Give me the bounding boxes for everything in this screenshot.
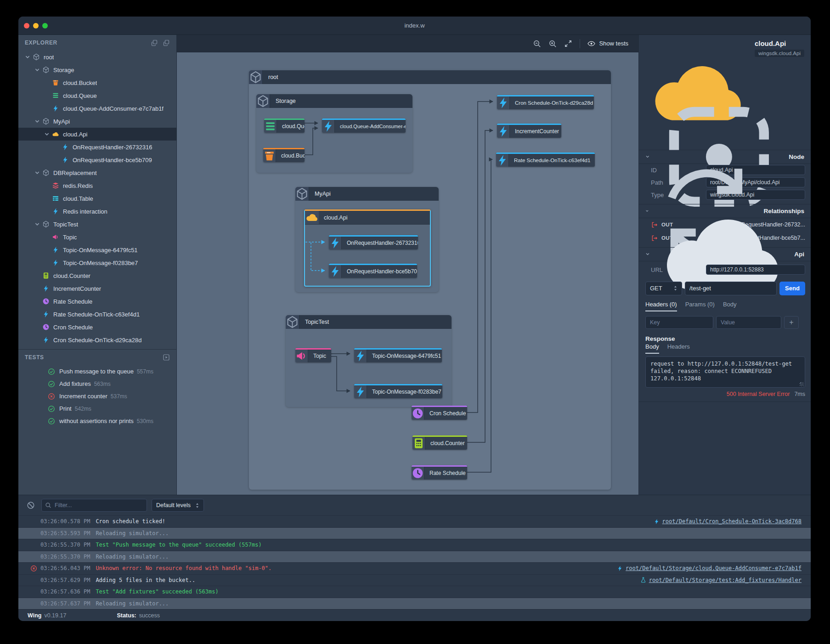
tree-item-cloud-queue-addconsumer-e7c7ab1f[interactable]: cloud.Queue-AddConsumer-e7c7ab1f xyxy=(18,102,176,115)
tree-item-redis-interaction[interactable]: Redis interaction xyxy=(18,205,176,218)
tree-item-cloud-counter[interactable]: cloud.Counter xyxy=(18,269,176,282)
container-storage-header[interactable]: Storage xyxy=(256,94,412,108)
url-value[interactable]: http://127.0.0.1:52883 xyxy=(706,265,805,275)
tree-item-onrequesthandler-bce5b709[interactable]: OnRequestHandler-bce5b709 xyxy=(18,153,176,166)
run-tests-icon[interactable] xyxy=(163,354,170,361)
container-root-header[interactable]: root xyxy=(249,70,611,84)
log-resource-link[interactable]: root/Default/Storage/test:Add_fixtures/H… xyxy=(640,577,802,583)
zoom-window-button[interactable] xyxy=(42,23,48,28)
node-onrequesthandler-2[interactable]: OnRequestHandler-bce5b709 xyxy=(329,264,417,278)
node-label: Rate Schedule-OnTick-c63ef4d1 xyxy=(508,154,595,167)
tree-item-cloud-api[interactable]: cloud.Api xyxy=(18,128,176,141)
log-row-error[interactable]: 03:26:56.043 PMUnknown error: No resourc… xyxy=(18,562,811,574)
logs-panel: Default levels 03:26:00.578 PMCron sched… xyxy=(18,495,811,609)
test-item[interactable]: Increment counter537ms xyxy=(18,390,176,402)
tree-item-incrementcounter[interactable]: IncrementCounter xyxy=(18,282,176,295)
node-topic[interactable]: Topic xyxy=(295,348,331,362)
tree-item-cloud-bucket[interactable]: cloud.Bucket xyxy=(18,76,176,89)
test-item[interactable]: Push message to the queue557ms xyxy=(18,365,176,378)
expand-all-icon[interactable] xyxy=(151,39,158,46)
tree-item-onrequesthandler-26732316[interactable]: OnRequestHandler-26732316 xyxy=(18,141,176,153)
log-row-success[interactable]: 03:26:55.370 PMTest "Push message to the… xyxy=(18,539,811,551)
log-row-verbose[interactable]: 03:26:55.370 PMReloading simulator... xyxy=(18,551,811,563)
log-row-verbose[interactable]: 03:26:57.637 PMReloading simulator... xyxy=(18,598,811,610)
tree-item-topictest[interactable]: TopicTest xyxy=(18,218,176,231)
tab-response-body[interactable]: Body xyxy=(645,343,659,354)
log-level-select[interactable]: Default levels xyxy=(152,499,204,512)
tree-item-rate-schedule-ontick-c63ef4d1[interactable]: Rate Schedule-OnTick-c63ef4d1 xyxy=(18,308,176,321)
response-body[interactable]: request to http://127.0.0.1:52848/test-g… xyxy=(645,356,805,388)
node-increment-counter[interactable]: IncrementCounter xyxy=(497,124,561,138)
container-topictest-header[interactable]: TopicTest xyxy=(286,315,452,329)
node-rate-schedule-ontick[interactable]: Rate Schedule-OnTick-c63ef4d1 xyxy=(496,153,595,167)
tree-item-root[interactable]: root xyxy=(18,51,176,63)
header-key-input[interactable] xyxy=(645,316,713,329)
node-onrequesthandler-1[interactable]: OnRequestHandler-26732316 xyxy=(329,235,418,249)
tree-item-cloud-queue[interactable]: cloud.Queue xyxy=(18,89,176,102)
minimize-window-button[interactable] xyxy=(33,23,39,28)
node-topic-onmessage-2[interactable]: Topic-OnMessage-f0283be7 xyxy=(354,384,442,398)
test-item[interactable]: without assertions nor prints530ms xyxy=(18,415,176,427)
tab-params[interactable]: Params (0) xyxy=(685,301,715,311)
add-header-button[interactable]: + xyxy=(784,316,799,329)
tree-item-cloud-table[interactable]: cloud.Table xyxy=(18,192,176,205)
zoom-out-icon[interactable] xyxy=(533,40,541,48)
chevron-down-icon[interactable] xyxy=(44,131,50,137)
zoom-in-icon[interactable] xyxy=(548,40,557,48)
show-tests-toggle[interactable]: Show tests xyxy=(587,40,628,47)
test-item[interactable]: Print542ms xyxy=(18,402,176,415)
response-time: 7ms xyxy=(794,391,805,397)
canvas[interactable]: root Storage MyApi xyxy=(177,52,638,495)
node-cron-schedule[interactable]: Cron Schedule xyxy=(412,406,467,420)
log-row-info[interactable]: 03:26:00.578 PMCron schedule ticked!root… xyxy=(18,515,811,527)
tree-item-storage[interactable]: Storage xyxy=(18,63,176,76)
tree-item-redis-redis[interactable]: redis.Redis xyxy=(18,179,176,192)
node-queue-addconsumer[interactable]: cloud.Queue-AddConsumer-e7c7ab1f xyxy=(322,119,406,133)
tab-body[interactable]: Body xyxy=(723,301,737,311)
status-label: Status: xyxy=(117,612,136,619)
request-row: GET Send xyxy=(639,278,811,299)
chevron-down-icon[interactable] xyxy=(34,170,40,175)
chevron-down-icon[interactable] xyxy=(34,221,40,227)
log-filter-input[interactable] xyxy=(41,499,147,512)
tree-item-topic-onmessage-f0283be7[interactable]: Topic-OnMessage-f0283be7 xyxy=(18,256,176,269)
tree-item-topic[interactable]: Topic xyxy=(18,231,176,243)
tree-item-dbreplacement[interactable]: DBReplacement xyxy=(18,166,176,179)
node-cloud-queue[interactable]: cloud.Queue xyxy=(264,119,305,133)
log-row-verbose[interactable]: 03:26:53.593 PMReloading simulator... xyxy=(18,527,811,539)
header-value-input[interactable] xyxy=(716,316,781,329)
section-api[interactable]: Api xyxy=(639,247,811,261)
bolt-icon xyxy=(42,336,50,344)
method-select[interactable]: GET xyxy=(645,282,682,295)
tab-response-headers[interactable]: Headers xyxy=(667,343,690,354)
chevron-down-icon[interactable] xyxy=(34,119,40,124)
log-row-info[interactable]: 03:26:57.629 PMAdding 5 files in the buc… xyxy=(18,574,811,586)
node-rate-schedule[interactable]: Rate Schedule xyxy=(412,465,467,480)
clear-logs-button[interactable] xyxy=(25,499,37,511)
tree-item-cron-schedule-ontick-d29ca28d[interactable]: Cron Schedule-OnTick-d29ca28d xyxy=(18,333,176,346)
collapse-all-icon[interactable] xyxy=(163,39,170,46)
node-cloud-counter[interactable]: cloud.Counter xyxy=(412,435,467,450)
close-window-button[interactable] xyxy=(24,23,29,28)
log-resource-link[interactable]: root/Default/Cron_Schedule-OnTick-3ac8d7… xyxy=(654,518,802,525)
chevron-down-icon[interactable] xyxy=(34,67,40,73)
node-cloud-bucket[interactable]: cloud.Bucket xyxy=(263,148,305,162)
node-cron-schedule-ontick[interactable]: Cron Schedule-OnTick-d29ca28d xyxy=(497,95,594,109)
test-item[interactable]: Add fixtures563ms xyxy=(18,378,176,390)
send-button[interactable]: Send xyxy=(779,282,805,295)
tree-item-myapi[interactable]: MyApi xyxy=(18,115,176,128)
tab-headers[interactable]: Headers (0) xyxy=(645,301,677,311)
log-row-success[interactable]: 03:26:57.636 PMTest "Add fixtures" succe… xyxy=(18,586,811,598)
tree-item-rate-schedule[interactable]: Rate Schedule xyxy=(18,295,176,308)
request-path-input[interactable] xyxy=(685,282,777,295)
fit-to-screen-icon[interactable] xyxy=(564,40,572,48)
log-resource-link[interactable]: root/Default/Storage/cloud.Queue-AddCons… xyxy=(617,565,802,571)
chevron-down-icon[interactable] xyxy=(25,54,30,60)
tree-item-topic-onmessage-6479fc51[interactable]: Topic-OnMessage-6479fc51 xyxy=(18,243,176,256)
container-myapi-header[interactable]: MyApi xyxy=(295,187,439,201)
node-topic-onmessage-1[interactable]: Topic-OnMessage-6479fc51 xyxy=(354,348,442,362)
tree-item-cron-schedule[interactable]: Cron Schedule xyxy=(18,321,176,333)
tree-item-label: OnRequestHandler-bce5b709 xyxy=(73,157,152,164)
resize-handle[interactable] xyxy=(800,382,804,386)
node-cloud-api-header[interactable]: cloud.Api xyxy=(305,211,430,225)
